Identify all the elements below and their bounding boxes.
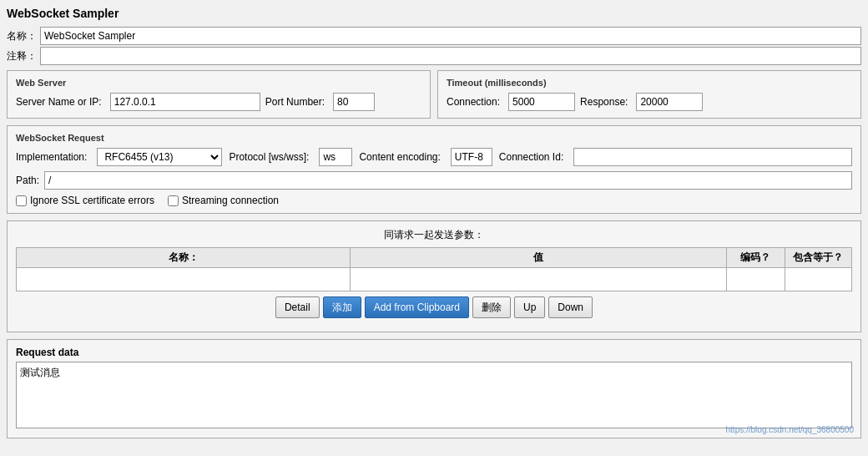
table-cell [17,268,351,291]
response-timeout-label: Response: [580,96,628,108]
request-data-label: Request data [16,347,852,358]
table-cell [726,268,785,291]
port-label: Port Number: [265,96,325,108]
add-clipboard-button[interactable]: Add from Clipboard [365,296,469,318]
timeout-section: Timeout (milliseconds) Connection: Respo… [437,70,861,119]
col-header-include: 包含等于？ [785,248,851,268]
response-timeout-input[interactable] [636,93,703,111]
conn-id-label: Connection Id: [499,151,563,163]
server-name-label: Server Name or IP: [16,96,102,108]
streaming-checkbox[interactable] [168,195,179,206]
impl-select[interactable]: RFC6455 (v13) [97,148,222,166]
protocol-label: Protocol [ws/wss]: [229,151,309,163]
page-title: WebSocket Sampler [7,7,861,20]
watermark: https://blog.csdn.net/qq_36800500 [726,425,854,434]
streaming-checkbox-item: Streaming connection [168,195,279,206]
ws-request-section: WebSocket Request Implementation: RFC645… [7,125,861,214]
up-button[interactable]: Up [514,296,545,318]
table-cell [785,268,851,291]
ws-row1: Implementation: RFC6455 (v13) Protocol [… [16,148,852,166]
encoding-input[interactable] [451,148,492,166]
impl-label: Implementation: [16,151,87,163]
request-data-section: Request data 测试消息 https://blog.csdn.net/… [7,339,861,438]
name-label: 名称： [7,29,37,43]
timeout-legend: Timeout (milliseconds) [447,78,852,88]
conn-id-input[interactable] [573,148,852,166]
checkbox-row: Ignore SSL certificate errors Streaming … [16,195,852,206]
impl-select-container: RFC6455 (v13) [97,148,222,166]
protocol-input[interactable] [319,148,352,166]
ssl-checkbox-item: Ignore SSL certificate errors [16,195,154,206]
col-header-value: 值 [351,248,726,268]
table-cell [351,268,726,291]
table-row-empty [17,268,852,291]
ssl-checkbox[interactable] [16,195,27,206]
timeout-fields: Connection: Response: [447,93,852,111]
params-section: 同请求一起发送参数： 名称： 值 编码？ 包含等于？ [7,220,861,332]
params-title: 同请求一起发送参数： [16,228,852,242]
streaming-label: Streaming connection [182,195,279,206]
col-header-name: 名称： [17,248,351,268]
col-header-encode: 编码？ [726,248,785,268]
port-input[interactable] [333,93,375,111]
down-button[interactable]: Down [548,296,593,318]
ws-request-legend: WebSocket Request [16,133,852,143]
ssl-label: Ignore SSL certificate errors [30,195,154,206]
path-row: Path: [16,171,852,190]
web-server-fields: Server Name or IP: Port Number: [16,93,421,111]
path-label: Path: [16,175,39,186]
buttons-row: Detail 添加 Add from Clipboard 删除 Up Down [16,296,852,318]
comment-label: 注释： [7,49,37,63]
web-server-legend: Web Server [16,78,421,88]
name-input[interactable] [40,27,861,45]
comment-row: 注释： [7,47,861,65]
comment-input[interactable] [40,47,861,65]
connection-timeout-input[interactable] [508,93,575,111]
connection-timeout-label: Connection: [447,96,500,108]
name-row: 名称： [7,27,861,45]
web-server-section: Web Server Server Name or IP: Port Numbe… [7,70,431,119]
server-timeout-row: Web Server Server Name or IP: Port Numbe… [7,70,861,119]
delete-button[interactable]: 删除 [472,296,511,318]
main-container: WebSocket Sampler 名称： 注释： Web Server Ser… [0,0,868,456]
params-table: 名称： 值 编码？ 包含等于？ [16,247,852,291]
server-name-input[interactable] [110,93,260,111]
add-button[interactable]: 添加 [323,296,361,318]
encoding-label: Content encoding: [359,151,440,163]
request-data-textarea[interactable]: 测试消息 [16,362,852,428]
path-input[interactable] [44,171,852,190]
detail-button[interactable]: Detail [275,296,320,318]
